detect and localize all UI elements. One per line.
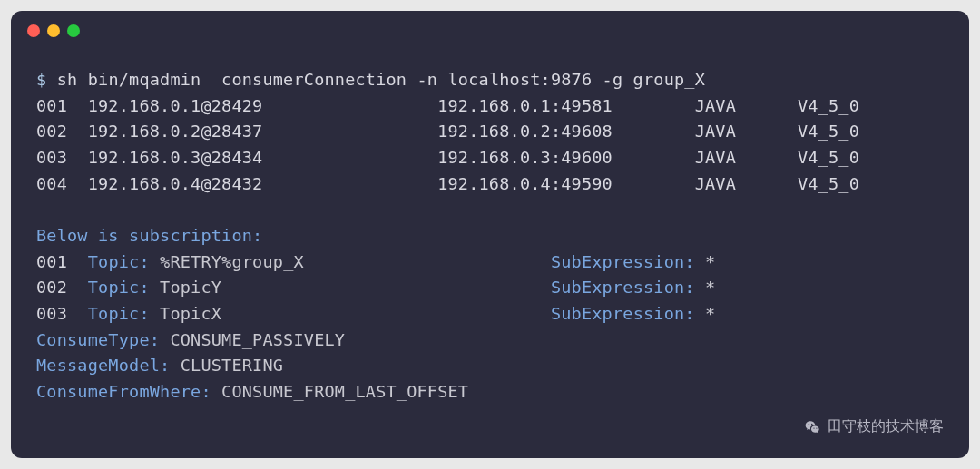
maximize-icon[interactable] bbox=[67, 24, 80, 37]
minimize-icon[interactable] bbox=[47, 24, 60, 37]
terminal-window: $ sh bin/mqadmin consumerConnection -n l… bbox=[11, 11, 969, 458]
wechat-icon bbox=[804, 418, 822, 436]
close-icon[interactable] bbox=[27, 24, 40, 37]
subscription-header: Below is subscription: bbox=[36, 226, 262, 245]
terminal-content[interactable]: $ sh bin/mqadmin consumerConnection -n l… bbox=[11, 51, 969, 405]
watermark-text: 田守枝的技术博客 bbox=[828, 417, 944, 436]
titlebar bbox=[11, 11, 969, 51]
command-text: sh bin/mqadmin consumerConnection -n loc… bbox=[57, 70, 705, 89]
shell-prompt: $ bbox=[36, 70, 46, 89]
watermark: 田守枝的技术博客 bbox=[804, 417, 944, 436]
